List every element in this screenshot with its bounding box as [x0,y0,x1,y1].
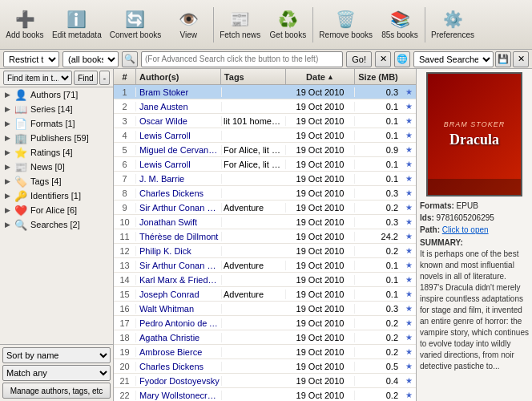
path-link[interactable]: Click to open [442,225,489,234]
sidebar-item-formats[interactable]: ▶ 📄 Formats [1] [0,116,113,131]
row-star: ★ [401,203,416,212]
table-row[interactable]: 10 Jonathan Swift 19 Oct 2010 0.3 ★ [114,215,416,229]
sidebar-item-identifiers[interactable]: ▶ 🔑 Identifiers [1] [0,188,113,203]
row-size: 0.3 [355,87,401,97]
fetch-news-icon: 📰 [230,10,250,29]
find-button[interactable]: Find [74,71,97,85]
table-row[interactable]: 12 Philip K. Dick 19 Oct 2010 0.2 ★ [114,244,416,258]
sort-by-select[interactable]: Sort by name [2,347,111,363]
sidebar-item-news[interactable]: ▶ 📰 News [0] [0,160,113,174]
search-input[interactable] [141,51,343,67]
row-star: ★ [401,160,416,168]
row-star: ★ [401,376,416,385]
row-author: Karl Marx & Friedrich Engels [136,275,222,285]
row-author: Philip K. Dick [136,246,222,256]
table-row[interactable]: 16 Walt Whitman 19 Oct 2010 0.3 ★ [114,302,416,316]
row-author: Charles Dickens [136,188,222,198]
convert-books-button[interactable]: 🔄 Convert books [106,3,165,47]
sidebar-item-tags[interactable]: ▶ 🏷️ Tags [4] [0,174,113,188]
go-button[interactable]: Go! [346,51,372,67]
search-bar: Restrict to (all books) 🔍 Go! ✕ 🌐 Saved … [0,50,532,69]
find-bar: Find item in t... Find - [0,69,113,87]
collapse-button[interactable]: - [99,71,110,85]
85s-books-button[interactable]: 📚 85s books [377,3,423,47]
view-button[interactable]: 👁️ View [165,3,212,47]
convert-books-label: Convert books [110,30,161,39]
restrict-select[interactable]: Restrict to [3,51,59,67]
row-size: 0.2 [355,246,401,256]
table-row[interactable]: 20 Charles Dickens 19 Oct 2010 0.5 ★ [114,359,416,374]
row-date: 19 Oct 2010 [286,290,355,299]
row-date: 19 Oct 2010 [286,232,355,241]
table-row[interactable]: 13 Sir Arthur Conan Doyle Adventure 19 O… [114,258,416,273]
sidebar-item-for-alice[interactable]: ▶ ❤️ For Alice [6] [0,203,113,217]
row-star: ★ [401,188,416,197]
add-books-label: Add books [6,30,43,39]
table-row[interactable]: 18 Agatha Christie 19 Oct 2010 0.2 ★ [114,330,416,345]
row-tags: For Alice, lit 101 home... [222,145,286,155]
find-item-select[interactable]: Find item in t... [3,71,72,85]
table-row[interactable]: 6 Lewis Carroll For Alice, lit 101 home.… [114,157,416,172]
table-row[interactable]: 2 Jane Austen 19 Oct 2010 0.1 ★ [114,99,416,114]
table-row[interactable]: 14 Karl Marx & Friedrich Engels 19 Oct 2… [114,273,416,287]
col-header-size[interactable]: Size (MB) [355,69,401,85]
sidebar-item-series[interactable]: ▶ 📖 Series [14] [0,102,113,116]
table-row[interactable]: 22 Mary Wollstonecraft Shelley 19 Oct 20… [114,388,416,401]
sidebar: Find item in t... Find - ▶ 👤 Authors [71… [0,69,114,401]
col-header-num[interactable]: # [114,69,136,85]
match-select[interactable]: Match any [2,365,111,381]
row-size: 0.3 [355,304,401,314]
row-author: Jonathan Swift [136,217,222,227]
sidebar-item-searches[interactable]: ▶ 🔍 Searches [2] [0,217,113,232]
table-row[interactable]: 1 Bram Stoker 19 Oct 2010 0.3 ★ [114,85,416,99]
row-num: 3 [114,116,136,126]
table-row[interactable]: 11 Thérèse de Dillmont 19 Oct 2010 24.2 … [114,229,416,244]
table-row[interactable]: 19 Ambrose Bierce 19 Oct 2010 0.2 ★ [114,345,416,359]
all-books-select[interactable]: (all books) [62,51,119,67]
remove-books-label: Remove books [319,30,373,39]
manage-button[interactable]: Manage authors, tags, etc [2,383,111,399]
clear-search-icon[interactable]: ✕ [375,51,391,67]
row-author: Jane Austen [136,102,222,111]
remove-search-icon[interactable]: ✕ [513,51,529,67]
main-area: Find item in t... Find - ▶ 👤 Authors [71… [0,69,532,401]
table-row[interactable]: 21 Fyodor Dostoyevsky 19 Oct 2010 0.4 ★ [114,374,416,388]
cover-title-text: Dracula [449,132,499,148]
row-date: 19 Oct 2010 [286,275,355,285]
row-tags: lit 101 homework [222,116,286,126]
fetch-news-button[interactable]: 📰 Fetch news [216,3,264,47]
add-books-button[interactable]: ➕ Add books [2,3,48,47]
table-row[interactable]: 5 Miguel de Cervantes Saave... For Alice… [114,143,416,157]
expand-icon: ▶ [5,163,13,171]
row-num: 8 [114,188,136,198]
sidebar-item-authors[interactable]: ▶ 👤 Authors [71] [0,87,113,102]
saved-searches-select[interactable]: Saved Searches [413,51,494,67]
sidebar-item-label: Formats [1] [30,119,75,128]
remove-books-button[interactable]: 🗑️ Remove books [315,3,377,47]
sidebar-item-ratings[interactable]: ▶ ⭐ Ratings [4] [0,145,113,160]
save-search-icon[interactable]: 💾 [495,51,511,67]
preferences-button[interactable]: ⚙️ Preferences [427,3,478,47]
row-date: 19 Oct 2010 [286,87,355,97]
col-header-author[interactable]: Author(s) [136,69,221,85]
edit-metadata-button[interactable]: ℹ️ Edit metadata [48,3,106,47]
sidebar-item-publishers[interactable]: ▶ 🏢 Publishers [59] [0,131,113,145]
table-row[interactable]: 17 Pedro Antonio de Alarcón 19 Oct 2010 … [114,316,416,330]
search-flags-icon[interactable]: 🌐 [394,51,410,67]
search-config-icon[interactable]: 🔍 [122,51,138,67]
book-list: # Author(s) Tags Date ▲ Size (MB) 1 Bram… [114,69,416,401]
table-row[interactable]: 9 Sir Arthur Conan Doyle Adventure 19 Oc… [114,200,416,215]
get-books-label: Get books [270,30,307,39]
publishers-icon: 🏢 [14,132,27,144]
table-row[interactable]: 8 Charles Dickens 19 Oct 2010 0.3 ★ [114,186,416,200]
table-row[interactable]: 3 Oscar Wilde lit 101 homework 19 Oct 20… [114,114,416,128]
col-header-date[interactable]: Date ▲ [286,69,355,85]
row-num: 18 [114,333,136,342]
table-row[interactable]: 7 J. M. Barrie 19 Oct 2010 0.1 ★ [114,172,416,186]
get-books-button[interactable]: ♻️ Get books [264,3,311,47]
row-tags: Adventure [222,203,286,213]
table-row[interactable]: 15 Joseph Conrad Adventure 19 Oct 2010 0… [114,287,416,302]
col-header-tags[interactable]: Tags [221,69,286,85]
table-row[interactable]: 4 Lewis Carroll 19 Oct 2010 0.1 ★ [114,128,416,143]
row-star: ★ [401,290,416,298]
